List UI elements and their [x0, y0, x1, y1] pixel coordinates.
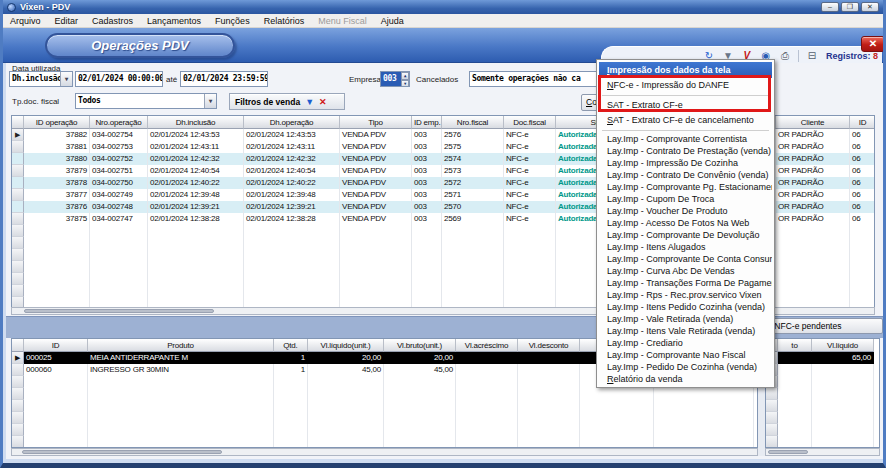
menu-item-lay-imp-comprovante-nao-fiscal[interactable]: Lay.Imp - Comprovante Nao Fiscal	[599, 349, 772, 361]
clear-filter-icon[interactable]: ✕	[319, 97, 327, 107]
menu-item-lay-imp-cupom-de-troca[interactable]: Lay.Imp - Cupom De Troca	[599, 193, 772, 205]
menubar-item-cadastros[interactable]: Cadastros	[85, 14, 140, 27]
empty-cell	[148, 249, 244, 261]
empty-cell	[24, 261, 90, 273]
close-button[interactable]: ✕	[861, 2, 879, 12]
empty-cell	[850, 285, 875, 297]
menubar-item-editar[interactable]: Editar	[48, 14, 86, 27]
close-view-button[interactable]: ✕	[861, 36, 885, 52]
cell: VENDA PDV	[340, 177, 412, 189]
menubar-item-relat-rios[interactable]: Relatórios	[257, 14, 312, 27]
row-selector	[12, 225, 24, 237]
menu-item-lay-imp-voucher-de-produto[interactable]: Lay.Imp - Voucher De Produto	[599, 205, 772, 217]
empty-cell	[442, 237, 504, 249]
maximize-button[interactable]: ❐	[841, 2, 859, 12]
cell: 2573	[442, 165, 504, 177]
empty-cell	[442, 225, 504, 237]
empty-cell	[24, 225, 90, 237]
menu-item-lay-imp-comprovante-pg-estacionamento[interactable]: Lay.Imp - Comprovante Pg. Estacionamento	[599, 181, 772, 193]
records-count: Registros: 8	[826, 51, 878, 61]
table-row[interactable]: ▶65,00	[766, 352, 880, 364]
menu-item-lay-imp-impress-o-de-cozinha[interactable]: Lay.Imp - Impressão De Cozinha	[599, 157, 772, 169]
column-header[interactable]: ID operação	[24, 116, 90, 129]
empty-cell	[850, 225, 875, 237]
column-header[interactable]: Dh.inclusão	[148, 116, 244, 129]
column-header[interactable]: Vl.desconto	[518, 339, 580, 352]
empty-cell	[308, 424, 384, 436]
menu-item-lay-imp-itens-pedido-cozinha-venda[interactable]: Lay.Imp - Itens Pedido Cozinha (venda)	[599, 301, 772, 313]
date-field-selector[interactable]: Dh.inclusão▼	[9, 71, 73, 87]
cell: NFC-e	[504, 141, 556, 153]
menubar-item-fun-es[interactable]: Funções	[208, 14, 257, 27]
column-header[interactable]: to	[778, 339, 812, 352]
row-selector	[766, 424, 778, 436]
column-header[interactable]: Dh.operação	[244, 116, 340, 129]
menu-item-lay-imp-contrato-de-conv-nio-venda[interactable]: Lay.Imp - Contrato De Convênio (venda)	[599, 169, 772, 181]
column-header[interactable]: Vl.acréscimo	[456, 339, 518, 352]
date-from-input[interactable]: 02/01/2024 00:00:00	[75, 71, 163, 87]
empty-row	[766, 436, 880, 448]
column-header[interactable]: Tipo	[340, 116, 412, 129]
minimize-button[interactable]: –	[821, 2, 839, 12]
menu-item-lay-imp-pedido-de-cozinha-venda[interactable]: Lay.Imp - Pedido De Cozinha (venda)	[599, 361, 772, 373]
menu-item-lay-imp-transa-es-forma-de-pagamento[interactable]: Lay.Imp - Transações Forma De Pagamento	[599, 277, 772, 289]
menu-item-relat-rio-da-venda[interactable]: Relatório da venda	[599, 373, 772, 385]
database-icon[interactable]: ⊟	[804, 49, 820, 63]
empty-cell	[308, 388, 384, 400]
menubar-item-arquivo[interactable]: Arquivo	[3, 14, 48, 27]
column-header[interactable]: ID	[24, 339, 88, 352]
menu-item-lay-imp-acesso-de-fotos-na-web[interactable]: Lay.Imp - Acesso De Fotos Na Web	[599, 217, 772, 229]
menu-item-lay-imp-contrato-de-presta-o-venda[interactable]: Lay.Imp - Contrato De Prestação (venda)	[599, 145, 772, 157]
menubar-item-lan-amentos[interactable]: Lançamentos	[140, 14, 208, 27]
chevron-down-icon[interactable]: ▼	[204, 94, 216, 108]
cell: 37878	[24, 177, 90, 189]
tp-doc-fiscal-select[interactable]: Todos▼	[75, 93, 217, 109]
column-header[interactable]: Produto	[88, 339, 274, 352]
window-title: Vixen - PDV	[20, 2, 70, 12]
column-header[interactable]: Nro.fiscal	[442, 116, 504, 129]
column-header[interactable]: Nro.operação	[90, 116, 148, 129]
column-header[interactable]: Vl.líquido	[812, 339, 874, 352]
totals-panel-hscrollbar[interactable]	[765, 448, 880, 456]
empresa-spinner[interactable]: ▲▼	[401, 72, 409, 86]
menu-item-lay-imp-comprovante-de-conta-consumo[interactable]: Lay.Imp - Comprovante De Conta Consumo	[599, 253, 772, 265]
menu-item-lay-imp-vale-retirada-venda[interactable]: Lay.Imp - Vale Retirada (venda)	[599, 313, 772, 325]
chevron-down-icon[interactable]: ▼	[60, 72, 72, 86]
cell: MEIA ANTIDERRAPANTE M	[88, 352, 274, 364]
empty-row	[12, 412, 758, 424]
empty-cell	[580, 388, 654, 400]
menu-item-lay-imp-curva-abc-de-vendas[interactable]: Lay.Imp - Curva Abc De Vendas	[599, 265, 772, 277]
column-header[interactable]: Doc.fiscal	[504, 116, 556, 129]
cell: 02/01/2024 12:39:21	[244, 201, 340, 213]
cell: 02/01/2024 12:40:54	[148, 165, 244, 177]
empty-cell	[456, 424, 518, 436]
menubar-item-ajuda[interactable]: Ajuda	[374, 14, 411, 27]
empty-cell	[308, 400, 384, 412]
tab-operacoes-pdv[interactable]: Operações PDV	[45, 33, 235, 58]
column-header[interactable]: Vl.bruto(unit.)	[384, 339, 456, 352]
filtros-venda-label: Filtros de venda	[235, 97, 300, 107]
menu-item-lay-imp-crediario[interactable]: Lay.Imp - Crediario	[599, 337, 772, 349]
column-header[interactable]: Qtd.	[274, 339, 308, 352]
cell: 06	[850, 129, 875, 141]
menu-item-lay-imp-comprovante-de-devolu-o[interactable]: Lay.Imp - Comprovante De Devolução	[599, 229, 772, 241]
column-header[interactable]: ID emp.	[412, 116, 442, 129]
date-to-input[interactable]: 02/01/2024 23:59:59	[180, 71, 268, 87]
column-header[interactable]: ID	[850, 116, 875, 129]
empty-cell	[456, 400, 518, 412]
menu-item-lay-imp-itens-vale-retirada-venda[interactable]: Lay.Imp - Itens Vale Retirada (venda)	[599, 325, 772, 337]
menu-item-sat-extrato-cf-e-de-cancelamento[interactable]: SAT - Extrato CF-e de cancelamento	[599, 113, 772, 128]
cell: VENDA PDV	[340, 189, 412, 201]
menu-item-lay-imp-comprovante-correntista[interactable]: Lay.Imp - Comprovante Correntista	[599, 133, 772, 145]
menu-item-lay-imp-itens-alugados[interactable]: Lay.Imp - Itens Alugados	[599, 241, 772, 253]
column-header[interactable]: Cliente	[776, 116, 850, 129]
items-grid-hscrollbar[interactable]	[11, 448, 758, 456]
empty-cell	[778, 436, 812, 448]
empty-cell	[442, 285, 504, 297]
empresa-input[interactable]: 003 ▲▼	[380, 71, 410, 87]
column-header[interactable]: Vl.líquido(unit.)	[308, 339, 384, 352]
printer-icon[interactable]: ⎙	[777, 49, 793, 63]
cell: 003	[412, 153, 442, 165]
menu-item-lay-imp-rps-rec-prov-servico-vixen[interactable]: Lay.Imp - Rps - Rec.prov.servico Vixen	[599, 289, 772, 301]
filter-funnel-icon[interactable]: ▼	[305, 97, 314, 107]
